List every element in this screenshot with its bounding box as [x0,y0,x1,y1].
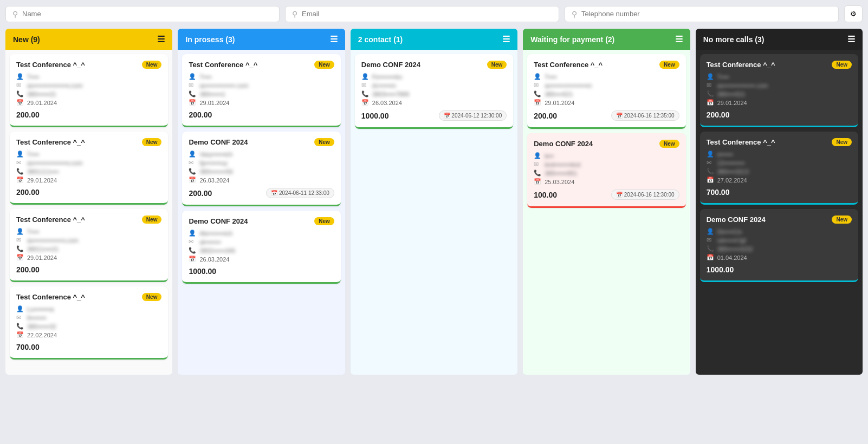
card[interactable]: Demo CONF 2024 New 👤 Fe••••••••ko ✉ dc••… [355,54,513,129]
card-title: Test Conference ^_^ [189,61,257,69]
card-info: 👤 Lu••••••••a ✉ ll•••••••• 📞 380••••••32… [16,305,161,338]
phone-icon: 📞 [16,168,24,175]
card-date-row: 📅 29.01.2024 [16,254,161,261]
card[interactable]: Test Conference ^_^ New 👤 Lu••••••••a ✉ … [10,286,168,360]
card-amount: 200.00 [707,110,730,119]
email-icon: ✉ [707,159,714,166]
card-amount: 200.00 [189,189,212,198]
card[interactable]: Test Conference ^_^ New 👤 T•••• ✉ ao••••… [10,54,168,127]
person-icon: 👤 [16,73,24,80]
name-search-box: ⚲ [5,6,280,22]
email-search-box: ⚲ [285,6,559,22]
column-menu-icon[interactable]: ☰ [157,34,165,44]
card-amount: 1000.00 [189,267,216,276]
phone-icon: 📞 [189,90,196,97]
person-icon: 👤 [534,152,541,159]
card-badge: New [314,217,334,225]
card-name-row: 👤 T•••• [16,73,161,80]
column-body-new: Test Conference ^_^ New 👤 T•••• ✉ ao••••… [5,50,172,375]
card-date: 29.01.2024 [717,100,747,106]
card-info: 👤 De••••Cin ✉ sd••••••f.fgf 📞 380••••••3… [707,228,852,261]
name-search-input[interactable] [22,10,273,18]
card-badge: New [832,138,852,146]
card[interactable]: Demo CONF 2024 New 👤 De••••Cin ✉ sd•••••… [700,209,858,282]
card-email-row: ✉ 12•••••••••• [707,159,852,166]
card-phone: 380••••••1 [199,91,225,97]
card-email-row: ✉ ao•••••••••••••••••m [534,82,679,89]
card-footer: 1000.00 [189,267,334,276]
schedule-badge[interactable]: 📅 2024-06-11 12:33:00 [266,188,334,198]
card[interactable]: Demo CONF 2024 New 👤 Vasy••••••ich ✉ fg•… [182,132,340,206]
column-body-inprogress: Test Conference ^_^ New 👤 T•••• ✉ ao••••… [178,50,345,375]
calendar-icon: 📅 [16,99,24,106]
card-header: Demo CONF 2024 New [534,140,679,148]
card-date: 26.03.2024 [199,177,229,184]
calendar-icon: 📅 [16,254,24,261]
schedule-badge[interactable]: 📅 2024-06-12 12:30:00 [439,110,507,121]
card[interactable]: Test Conference ^_^ New 👤 e•••••• ✉ 12••… [700,132,858,205]
card-title: Demo CONF 2024 [189,138,248,146]
card-name-row: 👤 Fe••••••••ko [361,73,507,80]
phone-icon: 📞 [16,245,24,252]
card-badge: New [832,216,852,224]
card-phone: 380••••521 [545,91,573,97]
card-badge: New [659,61,679,69]
card-name-row: 👤 T•••• [707,73,852,80]
card-email-row: ✉ al•••••••• [189,238,334,245]
column-title: Waiting for payment (2) [530,35,614,44]
card-footer: 700.00 [16,343,161,351]
card[interactable]: Demo CONF 2024 New 👤 Ale••••••••ich ✉ al… [182,211,340,284]
schedule-badge[interactable]: 📅 2024-06-16 12:30:00 [611,190,679,200]
calendar-icon: 📅 [189,177,196,184]
column-title: In prosess (3) [185,35,235,44]
column-menu-icon[interactable]: ☰ [675,34,683,44]
column-menu-icon[interactable]: ☰ [330,34,338,44]
phone-search-input[interactable] [581,10,832,18]
card[interactable]: Test Conference ^_^ New 👤 T•••• ✉ ao••••… [10,209,168,282]
card-name-row: 👤 Ale••••••••ich [189,230,334,237]
card-phone-row: 📞 380••••521 [707,90,852,97]
card-email: dc••••••m [372,82,396,89]
settings-button[interactable]: ⚙ [844,5,863,22]
column-body-contact: Demo CONF 2024 New 👤 Fe••••••••ko ✉ dc••… [351,50,517,375]
column-menu-icon[interactable]: ☰ [502,34,510,44]
card-date: 29.01.2024 [27,100,57,106]
card-header: Test Conference ^_^ New [707,138,852,146]
card-email: ao•••••••••••••••••m [545,82,592,89]
person-icon: 👤 [707,73,714,80]
column-header-nocalls: No more calls (3)☰ [696,29,863,50]
email-icon: ✉ [16,82,24,89]
card-amount: 200.00 [189,110,212,119]
card-phone-row: 📞 380••••••1 [189,90,334,97]
card[interactable]: Test Conference ^_^ New 👤 T•••• ✉ ao••••… [10,132,168,205]
card-phone: 38011••••21 [27,246,59,252]
email-icon: ✉ [534,161,541,168]
card-date: 29.01.2024 [27,177,57,184]
card[interactable]: Test Conference ^_^ New 👤 T•••• ✉ ao••••… [182,54,340,127]
email-search-input[interactable] [302,10,552,18]
card-badge: New [487,61,507,69]
calendar-icon: 📅 [707,99,714,106]
card[interactable]: Test Conference ^_^ New 👤 T•••• ✉ ao••••… [700,54,858,127]
person-icon: 👤 [16,228,24,235]
card-email-row: ✉ ao••••••••••••••••v.com [16,159,161,166]
person-icon: 👤 [534,73,541,80]
card-email-row: ✉ ao••••••••••••••.com [189,82,334,89]
card-date-row: 📅 26.03.2024 [361,99,507,106]
schedule-badge[interactable]: 📅 2024-06-16 12:35:00 [611,110,679,121]
calendar-icon: 📅 [707,177,714,184]
phone-icon: 📞 [534,169,541,177]
card-info: 👤 Vasy••••••ich ✉ fg••••••••uy 📞 380••••… [189,151,334,184]
email-icon: ✉ [16,314,24,321]
card[interactable]: Test Conference ^_^ New 👤 T•••• ✉ ao••••… [527,54,685,129]
column-title: No more calls (3) [703,35,765,44]
gear-icon: ⚙ [850,10,857,18]
card-phone-row: 📞 380••••••32 [16,323,161,330]
card-phone-row: 📞 380••••521 [534,90,679,97]
column-menu-icon[interactable]: ☰ [847,34,855,44]
card-badge: New [142,61,162,69]
column-body-payment: Test Conference ^_^ New 👤 T•••• ✉ ao••••… [523,50,690,375]
card-name: T•••• [717,74,729,80]
card[interactable]: Demo CONF 2024 New 👤 te•• ✉ test••••••••… [527,133,685,208]
phone-search-box: ⚲ [565,6,839,22]
